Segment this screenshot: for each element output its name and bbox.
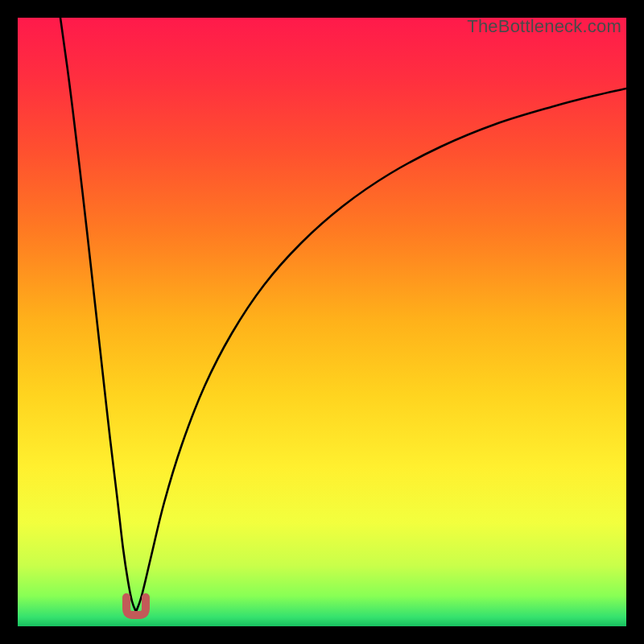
plot-area: TheBottleneck.com bbox=[18, 18, 626, 626]
chart-svg bbox=[18, 18, 626, 626]
watermark-text: TheBottleneck.com bbox=[467, 18, 621, 37]
chart-stage: TheBottleneck.com bbox=[0, 0, 644, 644]
gradient-background bbox=[18, 18, 626, 626]
